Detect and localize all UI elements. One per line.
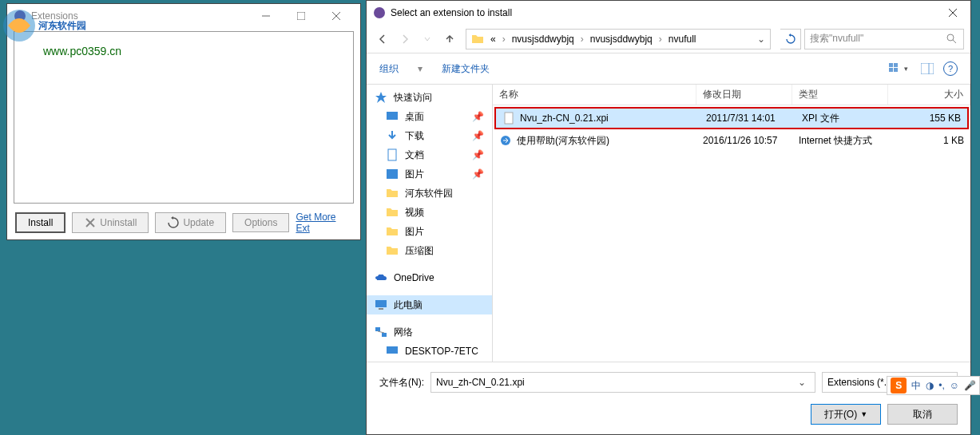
svg-rect-3 bbox=[297, 12, 305, 20]
svg-line-12 bbox=[953, 40, 956, 43]
nav-recent-dropdown[interactable] bbox=[418, 30, 437, 49]
dialog-titlebar[interactable]: Select an extension to install bbox=[367, 1, 970, 25]
column-date[interactable]: 修改日期 bbox=[696, 85, 792, 105]
breadcrumb-bar[interactable]: « › nvusjsddwybjq › nvusjsddwybjq › nvuf… bbox=[466, 29, 771, 49]
sidebar-item-compressed[interactable]: 压缩图 bbox=[367, 241, 492, 260]
star-icon bbox=[375, 91, 387, 104]
sidebar-quick-access[interactable]: 快速访问 bbox=[367, 88, 492, 107]
file-name: 使用帮助(河东软件园) bbox=[517, 134, 609, 148]
organize-menu[interactable]: 组织 bbox=[379, 62, 399, 76]
file-icon bbox=[502, 112, 515, 125]
sidebar-this-pc[interactable]: 此电脑 bbox=[367, 295, 492, 314]
get-more-extensions-link[interactable]: Get More Ext bbox=[296, 212, 352, 234]
ime-mic-icon[interactable]: 🎤 bbox=[964, 380, 976, 391]
file-row[interactable]: Nvu_zh-CN_0.21.xpi 2011/7/31 14:01 XPI 文… bbox=[496, 109, 967, 128]
uninstall-button[interactable]: Uninstall bbox=[72, 212, 149, 233]
sidebar-item-documents[interactable]: 文档📌 bbox=[367, 145, 492, 164]
svg-rect-16 bbox=[894, 68, 898, 72]
download-icon bbox=[386, 129, 399, 142]
svg-rect-23 bbox=[379, 308, 383, 310]
svg-rect-28 bbox=[505, 113, 513, 124]
crumb-overflow[interactable]: « bbox=[487, 34, 499, 45]
svg-point-8 bbox=[374, 7, 385, 18]
file-size: 1 KB bbox=[888, 133, 970, 148]
svg-rect-19 bbox=[387, 112, 398, 120]
new-folder-button[interactable]: 新建文件夹 bbox=[442, 62, 490, 76]
pin-icon: 📌 bbox=[472, 168, 484, 180]
svg-rect-17 bbox=[921, 63, 934, 74]
extensions-window: Extensions Install Uninstall Update Opti… bbox=[6, 3, 361, 240]
crumb-item[interactable]: nvufull bbox=[665, 34, 700, 45]
open-button[interactable]: 打开(O)▼ bbox=[811, 404, 881, 425]
extensions-list[interactable] bbox=[14, 31, 354, 204]
search-icon bbox=[946, 33, 958, 45]
chevron-right-icon: › bbox=[577, 34, 587, 45]
extensions-title: Extensions bbox=[31, 10, 248, 22]
crumb-dropdown[interactable]: ⌄ bbox=[752, 34, 770, 45]
nav-back-button[interactable] bbox=[373, 30, 392, 49]
refresh-button[interactable] bbox=[780, 29, 801, 49]
svg-rect-24 bbox=[375, 327, 380, 331]
close-button[interactable] bbox=[319, 5, 354, 27]
maximize-button[interactable] bbox=[284, 5, 319, 27]
file-size: 155 KB bbox=[891, 111, 967, 125]
open-dropdown-icon: ▼ bbox=[860, 410, 867, 418]
svg-rect-14 bbox=[894, 63, 898, 67]
pictures-icon bbox=[386, 168, 399, 180]
onedrive-icon bbox=[375, 271, 387, 284]
pin-icon: 📌 bbox=[472, 149, 484, 160]
search-input[interactable]: 搜索"nvufull" bbox=[804, 29, 964, 49]
cancel-button[interactable]: 取消 bbox=[887, 404, 958, 425]
sidebar-onedrive[interactable]: OneDrive bbox=[367, 268, 492, 287]
preview-pane-button[interactable] bbox=[918, 63, 937, 74]
sidebar-item-pictures2[interactable]: 图片 bbox=[367, 222, 492, 241]
nav-forward-button[interactable] bbox=[395, 30, 415, 49]
sidebar-item-pictures[interactable]: 图片📌 bbox=[367, 164, 492, 184]
column-type[interactable]: 类型 bbox=[792, 85, 888, 105]
svg-point-11 bbox=[947, 34, 954, 41]
ime-sogou-icon[interactable]: S bbox=[891, 378, 907, 393]
filename-dropdown[interactable]: ⌄ bbox=[794, 377, 810, 388]
uninstall-icon bbox=[84, 216, 97, 229]
sidebar-item-desktop[interactable]: 桌面📌 bbox=[367, 107, 492, 126]
shortcut-icon bbox=[499, 134, 512, 147]
ime-toolbar[interactable]: S 中 ◑ •, ☺ 🎤 bbox=[887, 376, 980, 395]
install-button[interactable]: Install bbox=[15, 212, 65, 233]
sidebar-item-folder[interactable]: 河东软件园 bbox=[367, 184, 492, 203]
desktop-icon bbox=[386, 110, 399, 123]
file-name: Nvu_zh-CN_0.21.xpi bbox=[520, 113, 609, 124]
ime-emoji-icon[interactable]: ☺ bbox=[950, 380, 959, 391]
column-size[interactable]: 大小 bbox=[888, 85, 970, 105]
folder-icon bbox=[386, 206, 399, 219]
nav-up-button[interactable] bbox=[440, 30, 459, 49]
sidebar-network[interactable]: 网络 bbox=[367, 322, 492, 342]
view-mode-button[interactable]: ▾ bbox=[886, 63, 911, 74]
sidebar-item-downloads[interactable]: 下载📌 bbox=[367, 126, 492, 145]
minimize-button[interactable] bbox=[248, 5, 284, 27]
filename-input[interactable]: Nvu_zh-CN_0.21.xpi ⌄ bbox=[430, 372, 815, 393]
ime-punct-icon[interactable]: •, bbox=[938, 380, 945, 391]
update-button[interactable]: Update bbox=[155, 212, 226, 233]
ime-moon-icon[interactable]: ◑ bbox=[926, 380, 934, 391]
options-button[interactable]: Options bbox=[232, 213, 289, 232]
pin-icon: 📌 bbox=[472, 130, 484, 141]
file-row[interactable]: 使用帮助(河东软件园) 2016/11/26 10:57 Internet 快捷… bbox=[493, 131, 970, 150]
filename-label: 文件名(N): bbox=[379, 376, 424, 390]
crumb-item[interactable]: nvusjsddwybjq bbox=[587, 34, 656, 45]
help-button[interactable]: ? bbox=[943, 61, 958, 76]
file-date: 2016/11/26 10:57 bbox=[696, 133, 792, 148]
column-name[interactable]: 名称 bbox=[493, 85, 696, 105]
file-type: Internet 快捷方式 bbox=[792, 132, 888, 149]
crumb-item[interactable]: nvusjsddwybjq bbox=[509, 34, 577, 45]
document-icon bbox=[386, 148, 399, 161]
sidebar: 快速访问 桌面📌 下载📌 文档📌 图片📌 河东软件园 视频 图片 压缩图 One… bbox=[367, 85, 493, 362]
svg-rect-20 bbox=[388, 149, 396, 160]
list-header: 名称 修改日期 类型 大小 bbox=[493, 85, 970, 105]
chevron-right-icon: › bbox=[499, 34, 509, 45]
ime-mode[interactable]: 中 bbox=[911, 379, 921, 393]
sidebar-item-videos[interactable]: 视频 bbox=[367, 203, 492, 222]
network-icon bbox=[375, 326, 387, 338]
dialog-close-button[interactable] bbox=[935, 2, 970, 24]
sidebar-network-pc[interactable]: DESKTOP-7ETC bbox=[367, 342, 492, 361]
extensions-titlebar[interactable]: Extensions bbox=[7, 4, 360, 28]
